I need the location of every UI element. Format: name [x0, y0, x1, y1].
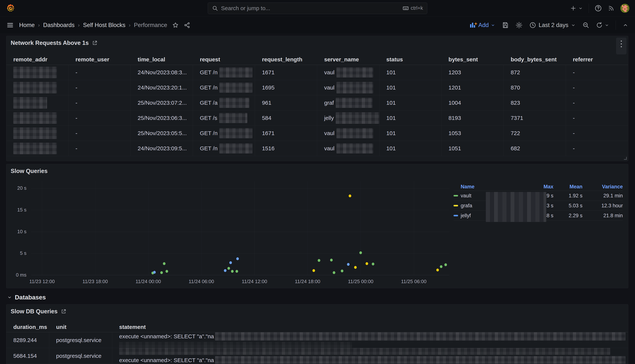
- redacted-text: [219, 113, 247, 123]
- rss-icon: [608, 5, 615, 12]
- cell-request: GET /n: [193, 141, 255, 156]
- scatter-point-vault: [330, 259, 333, 262]
- x-axis-tick-label: 11/23 18:00: [82, 279, 108, 284]
- plus-icon: [570, 5, 577, 12]
- cell-request_length: 1516: [255, 141, 317, 156]
- dashboard-settings-button[interactable]: [515, 22, 523, 29]
- save-dashboard-button[interactable]: [502, 22, 509, 29]
- redacted-text: [336, 143, 373, 154]
- cell-remote_user: -: [68, 110, 130, 126]
- legend-header-variance[interactable]: Variance: [582, 184, 623, 190]
- cell-body_bytes_sent: 7371: [504, 110, 566, 126]
- help-button[interactable]: [594, 4, 602, 12]
- cell-remote_addr: [6, 126, 68, 141]
- x-axis-tick-label: 11/23 12:00: [29, 279, 54, 284]
- gridline: [31, 188, 450, 188]
- dashboard-canvas: Network Requests Above 1s remote_addrrem…: [0, 34, 635, 364]
- time-range-picker[interactable]: Last 2 days: [529, 22, 576, 29]
- legend-header-max[interactable]: Max: [525, 184, 553, 190]
- cell-bytes_sent: 8193: [442, 110, 504, 126]
- breadcrumb-dashboards[interactable]: Dashboards: [43, 22, 74, 28]
- cell-server_name: vaul: [317, 141, 379, 156]
- grafana-logo[interactable]: [6, 4, 15, 12]
- scatter-point-vault: [228, 267, 230, 270]
- scatter-point-grafa: [349, 194, 351, 197]
- refresh-icon: [596, 22, 603, 29]
- search-input[interactable]: Search or jump to... ctrl+k: [208, 2, 427, 14]
- redacted-text: [336, 98, 372, 108]
- redacted-text: [119, 342, 352, 348]
- new-menu-button[interactable]: [570, 5, 583, 12]
- refresh-button[interactable]: [596, 22, 609, 29]
- cell-request_length: 1671: [255, 65, 317, 80]
- help-icon: [594, 4, 602, 12]
- column-header-bytes_sent[interactable]: bytes_sent: [442, 54, 504, 65]
- share-icon[interactable]: [184, 22, 190, 28]
- column-header-unit[interactable]: unit: [49, 322, 112, 332]
- section-title: Databases: [15, 294, 46, 301]
- column-header-remote_user[interactable]: remote_user: [68, 54, 130, 65]
- add-panel-button[interactable]: + Add: [470, 22, 496, 28]
- collapse-toolbar-button[interactable]: [622, 22, 628, 28]
- cell-bytes_sent: 1051: [442, 141, 504, 156]
- panel-menu-button[interactable]: [616, 38, 626, 54]
- cell-status: 101: [380, 141, 442, 156]
- chevron-down-icon: [490, 23, 496, 28]
- breadcrumb-home[interactable]: Home: [19, 22, 35, 28]
- cell-duration_ms: 5684.154: [6, 348, 49, 364]
- top-navigation-bar: Search or jump to... ctrl+k: [0, 0, 635, 16]
- column-header-remote_addr[interactable]: remote_addr: [6, 54, 68, 65]
- cell-time_local: 25/Nov/2023:06:3...: [131, 110, 193, 126]
- breadcrumb-self-host-blocks[interactable]: Self Host Blocks: [83, 22, 126, 28]
- gridline: [31, 253, 450, 254]
- panel-resize-handle[interactable]: [624, 157, 627, 160]
- breadcrumb: Home › Dashboards › Self Host Blocks › P…: [19, 22, 167, 28]
- scatter-point-grafa: [366, 262, 368, 265]
- scatter-chart[interactable]: 0 ms5 s10 s15 s20 s11/23 12:0011/23 18:0…: [31, 181, 450, 275]
- column-header-duration_ms[interactable]: duration_ms: [6, 322, 49, 332]
- external-link-icon[interactable]: [60, 308, 66, 314]
- star-icon[interactable]: [172, 22, 179, 28]
- column-header-request[interactable]: request: [193, 54, 255, 65]
- scatter-point-vault: [231, 270, 234, 273]
- x-axis-tick-label: 11/24 00:00: [136, 279, 161, 284]
- y-axis-tick-label: 15 s: [4, 207, 26, 213]
- cell-remote_user: -: [68, 141, 130, 156]
- breadcrumb-separator: ›: [129, 22, 130, 28]
- chevron-down-icon: [604, 23, 609, 28]
- panel-title: Network Requests Above 1s: [11, 40, 89, 46]
- series-color-pill: [454, 195, 458, 196]
- scatter-point-grafa: [436, 269, 439, 272]
- chart-legend: Name Max Mean Variance vault5.29 s1.92 s…: [454, 183, 623, 221]
- column-header-request_length[interactable]: request_length: [255, 54, 317, 65]
- column-header-server_name[interactable]: server_name: [317, 54, 379, 65]
- zoom-out-time-button[interactable]: [582, 22, 590, 29]
- table-row: -24/Nov/2023:09:5...GET /n1516vaul101105…: [6, 141, 628, 156]
- column-header-body_bytes_sent[interactable]: body_bytes_sent: [504, 54, 566, 65]
- redacted-text: [219, 67, 252, 78]
- news-button[interactable]: [608, 5, 615, 12]
- zoom-out-icon: [582, 22, 590, 29]
- column-header-statement[interactable]: statement: [112, 322, 628, 332]
- gridline: [148, 181, 148, 275]
- section-databases[interactable]: Databases: [7, 293, 628, 302]
- cell-request: GET /a: [193, 95, 255, 110]
- redacted-text: [219, 128, 252, 138]
- legend-header-mean[interactable]: Mean: [553, 184, 582, 190]
- column-header-status[interactable]: status: [380, 54, 442, 65]
- cell-request: GET /n: [193, 126, 255, 141]
- external-link-icon[interactable]: [92, 40, 98, 46]
- scatter-point-vault: [372, 262, 374, 265]
- legend-variance-value: 29.1 min: [582, 193, 623, 199]
- cell-request_length: 961: [255, 95, 317, 110]
- mega-menu-icon[interactable]: [6, 22, 14, 29]
- table-row: -25/Nov/2023:05:5...GET /n1671vaul101105…: [6, 126, 628, 141]
- gridline: [31, 232, 450, 232]
- legend-header-name[interactable]: Name: [454, 184, 525, 190]
- column-header-time_local[interactable]: time_local: [131, 54, 193, 65]
- column-header-referrer[interactable]: referrer: [566, 54, 628, 65]
- redacted-text: [13, 97, 47, 109]
- gridline: [414, 181, 414, 275]
- avatar[interactable]: [620, 4, 629, 13]
- chevron-up-icon: [622, 22, 628, 28]
